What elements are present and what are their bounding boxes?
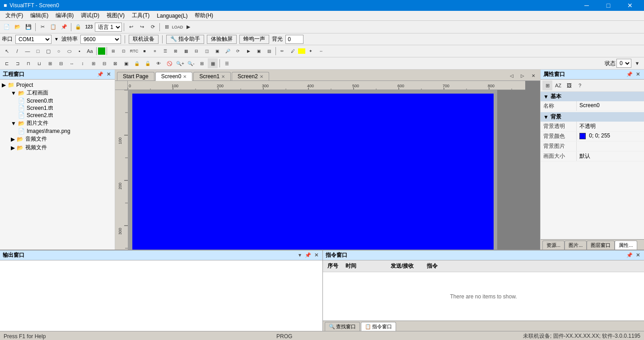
port-select[interactable]: COM1	[15, 35, 51, 44]
menu-item-编译B[interactable]: 编译(B)	[52, 11, 77, 20]
dist-v-btn[interactable]: ↕	[78, 58, 88, 68]
close-canvas-btn[interactable]: ✕	[528, 71, 538, 80]
panel-pin-icon[interactable]: 📌	[97, 71, 104, 77]
grid2-btn[interactable]: ⊞	[197, 58, 207, 68]
maximize-button[interactable]: □	[598, 0, 619, 11]
cut-btn[interactable]: ✂	[37, 22, 47, 32]
menu-item-文件F[interactable]: 文件(F)	[2, 11, 27, 20]
zoom-out-btn[interactable]: 🔍-	[186, 58, 196, 68]
props-categorized-btn[interactable]: ⊞	[542, 80, 552, 90]
dot-btn[interactable]: •	[75, 46, 84, 56]
new-btn[interactable]: 📄	[2, 22, 12, 32]
tb16[interactable]: ▤	[264, 46, 274, 56]
list-btn[interactable]: ☰	[222, 58, 232, 68]
output-close-icon[interactable]: ✕	[313, 252, 320, 258]
num123-btn[interactable]: 123	[84, 22, 94, 32]
load-btn[interactable]: LOAD	[173, 22, 182, 32]
paste-btn[interactable]: 📌	[59, 22, 69, 32]
lock2-btn[interactable]: 🔒	[132, 58, 142, 68]
copy-btn[interactable]: 📋	[48, 22, 58, 32]
tab-properties[interactable]: 属性...	[615, 241, 637, 250]
rect-btn[interactable]: □	[33, 46, 43, 56]
cmd-pin-icon[interactable]: 📌	[626, 252, 633, 258]
align-left-btn[interactable]: ⊏	[2, 58, 12, 68]
tb11[interactable]: ▣	[212, 46, 222, 56]
roundrect-btn[interactable]: ▢	[43, 46, 53, 56]
same-height-btn[interactable]: ⊟	[99, 58, 109, 68]
menu-item-调试D[interactable]: 调试(D)	[77, 11, 103, 20]
dist-h-btn[interactable]: ↔	[67, 58, 77, 68]
tb14[interactable]: ▶	[243, 46, 253, 56]
align-right-btn[interactable]: ⊐	[13, 58, 23, 68]
expand-section-icon[interactable]: ▼	[543, 94, 549, 100]
tb9[interactable]: ⊟	[191, 46, 201, 56]
state-expand-btn[interactable]: ▼	[632, 58, 642, 68]
tree-item-screen2[interactable]: 📄 Screen2.tft	[2, 112, 113, 119]
baud-select[interactable]: 9600	[80, 35, 121, 44]
props-help-btn[interactable]: ?	[575, 80, 585, 90]
tab-search[interactable]: 🔍 查找窗口	[325, 322, 360, 331]
same-width-btn[interactable]: ⊞	[89, 58, 98, 68]
zoom-in-btn[interactable]: 🔍+	[175, 58, 185, 68]
fill-color-btn[interactable]	[98, 47, 105, 55]
tb17[interactable]: ✏	[277, 46, 287, 56]
menu-item-LanguageL[interactable]: Language(L)	[153, 11, 191, 20]
circle-btn[interactable]: ○	[54, 46, 64, 56]
refresh-btn[interactable]: ⟳	[148, 22, 158, 32]
tab-layers[interactable]: 图层窗口	[587, 241, 615, 250]
redo-btn[interactable]: ↪	[137, 22, 147, 32]
cursor-btn[interactable]: ↖	[2, 46, 12, 56]
menu-item-编辑E[interactable]: 编辑(E)	[27, 11, 52, 20]
lock-btn[interactable]: 🔒	[73, 22, 83, 32]
ellipse-btn[interactable]: ⬭	[64, 46, 74, 56]
panel-close-icon-right[interactable]: ✕	[634, 71, 641, 77]
tab-screen1[interactable]: Screen1 ✕	[193, 72, 231, 80]
cmd-close-icon[interactable]: ✕	[634, 252, 641, 258]
unlock-btn[interactable]: 🔓	[143, 58, 153, 68]
tb5[interactable]: ≡	[150, 46, 160, 56]
tree-item-screens-folder[interactable]: ▼ 📂 工程画面	[2, 89, 113, 97]
undo-btn[interactable]: ↩	[126, 22, 136, 32]
tab-close-icon[interactable]: ✕	[221, 74, 225, 79]
menu-item-工具T[interactable]: 工具(T)	[128, 11, 153, 20]
tb18[interactable]: 🖊	[288, 46, 298, 56]
tab-screen0[interactable]: Screen0 ✕	[155, 72, 193, 81]
color-picker-btn[interactable]	[298, 48, 305, 54]
same-size-btn[interactable]: ⊠	[110, 58, 120, 68]
tb15[interactable]: ▣	[254, 46, 264, 56]
tree-item-video-folder[interactable]: ▶ 📂 视频文件	[2, 143, 113, 152]
tb2[interactable]: ⊡	[119, 46, 129, 56]
grid-btn[interactable]: ⊞	[162, 22, 172, 32]
save-btn[interactable]: 💾	[23, 22, 33, 32]
props-alpha-btn[interactable]: AZ	[553, 80, 563, 90]
backlight-input[interactable]	[285, 35, 303, 44]
close-button[interactable]: ✕	[620, 0, 640, 11]
tb13[interactable]: ⟳	[233, 46, 243, 56]
tab-images[interactable]: 图片...	[565, 241, 587, 250]
state-select[interactable]: 0	[616, 59, 631, 68]
beep-btn[interactable]: 蜂鸣一声	[239, 35, 269, 44]
tab-close-icon[interactable]: ✕	[183, 74, 187, 79]
minimize-button[interactable]: ─	[576, 0, 597, 11]
lang-select[interactable]: 语言 1	[95, 23, 122, 32]
snap-btn[interactable]: ▦	[208, 58, 218, 68]
tb7[interactable]: ⊠	[171, 46, 181, 56]
props-img-btn[interactable]: 🖼	[564, 80, 574, 90]
tree-item-frame-png[interactable]: 📄 Images\frame.png	[2, 128, 113, 135]
hidden-btn[interactable]: 🚫	[164, 58, 174, 68]
tb20[interactable]: ✦	[306, 46, 316, 56]
tree-item-audio-folder[interactable]: ▶ 📂 音频文件	[2, 135, 113, 143]
align-vcenter-btn[interactable]: ⊟	[56, 58, 66, 68]
collapse-btn[interactable]: ◁	[507, 71, 517, 80]
line-btn[interactable]: /	[12, 46, 22, 56]
expand-section-bg-icon[interactable]: ▼	[543, 114, 549, 120]
panel-close-icon[interactable]: ✕	[105, 71, 112, 77]
text-btn[interactable]: Aa	[85, 46, 95, 56]
align-top-btn[interactable]: ⊓	[23, 58, 33, 68]
tb4[interactable]: ■	[140, 46, 149, 56]
tab-screen2[interactable]: Screen2 ✕	[232, 72, 269, 80]
menu-item-帮助H[interactable]: 帮助(H)	[191, 11, 217, 20]
tb1[interactable]: ⊞	[108, 46, 118, 56]
menu-item-视图V[interactable]: 视图(V)	[103, 11, 128, 20]
touch-btn[interactable]: 体验触屏	[207, 35, 237, 44]
